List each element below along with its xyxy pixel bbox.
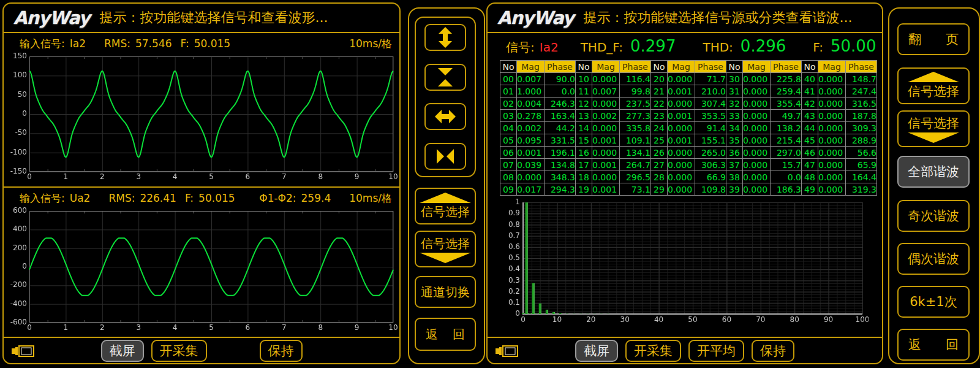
- button-偶次谐波[interactable]: 偶次谐波: [897, 243, 970, 275]
- harmonic-phase-cell: 109.8: [695, 183, 726, 196]
- harmonic-phase-cell: 296.5: [620, 171, 651, 183]
- harmonic-mag-cell: 0.001: [668, 134, 695, 147]
- button-label: 信号选择: [908, 115, 959, 132]
- harmonic-phase-cell: 148.7: [846, 73, 877, 85]
- current-waveform-canvas: [7, 53, 398, 183]
- triangle-up-icon: [420, 193, 471, 203]
- button-信号选择[interactable]: 信号选择: [897, 67, 970, 104]
- harmonic-no-cell: 06: [500, 147, 517, 159]
- usb-icon: [11, 343, 36, 361]
- harmonic-no-cell: 31: [726, 85, 743, 98]
- compress-vertical-button[interactable]: [424, 64, 466, 91]
- harmonics-info-row: 信号: Ia2 THD_F: 0.297 THD: 0.296 F: 50.00: [506, 37, 875, 56]
- rms-label: RMS:: [108, 192, 135, 204]
- input-signal-value: Ua2: [70, 192, 91, 204]
- harmonic-mag-cell: 0.000: [743, 159, 771, 171]
- table-header-row: NoMagPhaseNoMagPhaseNoMagPhaseNoMagPhase…: [500, 61, 877, 73]
- harmonic-phase-cell: 0.0: [545, 85, 576, 98]
- harmonic-no-cell: 02: [500, 98, 517, 110]
- button-返回[interactable]: 返回: [415, 318, 476, 351]
- harmonic-phase-cell: 91.4: [695, 122, 726, 134]
- harmonic-mag-cell: 0.039: [517, 159, 545, 171]
- zoom-icon-group: [415, 17, 476, 177]
- harmonic-no-cell: 18: [576, 171, 592, 183]
- harmonic-spectrum-canvas: [500, 197, 869, 326]
- harmonic-phase-cell: 288.9: [846, 134, 877, 147]
- triangle-down-icon: [908, 132, 959, 143]
- table-header-cell: Phase: [846, 61, 877, 73]
- button-label: 信号选择: [421, 236, 470, 252]
- harmonic-mag-cell: 0.000: [743, 183, 771, 196]
- signal-value: Ia2: [540, 40, 559, 55]
- thd-label: THD:: [703, 40, 733, 55]
- harmonic-no-cell: 43: [802, 110, 818, 122]
- harmonic-no-cell: 28: [651, 171, 668, 183]
- harmonic-no-cell: 20: [651, 73, 668, 85]
- input-signal-value: Ia2: [70, 37, 86, 50]
- current-chart-header: 输入信号: Ia2 RMS: 57.546 F: 50.015 10ms/格: [4, 33, 399, 51]
- harmonic-no-cell: 26: [651, 147, 668, 159]
- harmonic-phase-cell: 134.1: [620, 147, 651, 159]
- harmonic-phase-cell: 355.4: [771, 98, 802, 110]
- harmonic-mag-cell: 0.000: [668, 73, 695, 85]
- harmonic-no-cell: 17: [576, 159, 592, 171]
- button-开平均[interactable]: 开平均: [688, 340, 744, 362]
- button-信号选择[interactable]: 信号选择: [415, 188, 476, 224]
- button-保持[interactable]: 保持: [752, 340, 794, 362]
- button-保持[interactable]: 保持: [260, 340, 303, 362]
- button-奇次谐波[interactable]: 奇次谐波: [897, 200, 970, 232]
- button-开采集[interactable]: 开采集: [625, 340, 681, 362]
- harmonic-no-cell: 24: [651, 122, 668, 134]
- harmonic-mag-cell: 0.000: [668, 122, 695, 134]
- button-开采集[interactable]: 开采集: [151, 340, 207, 362]
- harmonic-phase-cell: 134.8: [545, 159, 576, 171]
- rms-label: RMS:: [104, 37, 130, 50]
- harmonic-no-cell: 10: [576, 73, 592, 85]
- harmonic-phase-cell: 187.8: [846, 110, 877, 122]
- left-bottom-bar: 截屏开采集保持: [4, 337, 399, 363]
- button-翻页[interactable]: 翻页: [897, 23, 970, 55]
- harmonic-mag-cell: 0.000: [743, 134, 771, 147]
- harmonic-mag-cell: 0.000: [818, 147, 846, 159]
- harmonic-no-cell: 05: [500, 134, 517, 147]
- button-截屏[interactable]: 截屏: [575, 340, 618, 362]
- button-截屏[interactable]: 截屏: [101, 340, 144, 362]
- harmonic-phase-cell: 294.3: [545, 183, 576, 196]
- harmonic-phase-cell: 71.7: [695, 73, 726, 85]
- harmonic-phase-cell: 237.5: [620, 98, 651, 110]
- button-6k±1次[interactable]: 6k±1次: [897, 286, 970, 318]
- harmonic-phase-cell: 99.8: [620, 85, 651, 98]
- button-返回[interactable]: 返回: [897, 329, 970, 361]
- expand-vertical-button[interactable]: [424, 24, 466, 51]
- left-panel-header: AnyWay 提示：按功能键选择信号和查看波形...: [4, 4, 399, 33]
- harmonic-mag-cell: 0.001: [668, 110, 695, 122]
- harmonic-no-cell: 46: [802, 147, 818, 159]
- harmonic-phase-cell: 335.8: [620, 122, 651, 134]
- harmonic-phase-cell: 331.5: [545, 134, 576, 147]
- harmonic-no-cell: 49: [802, 183, 818, 196]
- expand-horizontal-button[interactable]: [424, 103, 466, 130]
- harmonic-phase-cell: 109.1: [620, 134, 651, 147]
- harmonic-mag-cell: 0.000: [743, 171, 771, 183]
- button-label: 6k±1次: [910, 293, 957, 310]
- table-row: 080.000348.3180.000296.5280.00066.9380.0…: [500, 171, 877, 183]
- harmonic-no-cell: 41: [802, 85, 818, 98]
- button-信号选择[interactable]: 信号选择: [897, 110, 970, 147]
- phase-diff-label: Φ1-Φ2:: [259, 192, 296, 204]
- button-通道切换[interactable]: 通道切换: [415, 276, 476, 308]
- anyway-logo: AnyWay: [497, 7, 574, 28]
- table-row: 011.0000.0110.00799.8210.001210.0310.000…: [500, 85, 877, 98]
- right-panel-header: AnyWay 提示：按功能键选择信号源或分类查看谐波...: [488, 4, 882, 33]
- harmonic-mag-cell: 0.000: [818, 134, 846, 147]
- harmonic-no-cell: 19: [576, 183, 592, 196]
- selected-button-全部谐波[interactable]: 全部谐波: [897, 156, 970, 188]
- harmonic-no-cell: 47: [802, 159, 818, 171]
- harmonic-phase-cell: 164.4: [846, 171, 877, 183]
- harmonic-mag-cell: 0.001: [592, 134, 620, 147]
- harmonic-mag-cell: 0.001: [517, 147, 545, 159]
- harmonic-phase-cell: 297.0: [771, 147, 802, 159]
- compress-horizontal-button[interactable]: [424, 143, 466, 170]
- harmonic-no-cell: 29: [651, 183, 668, 196]
- table-row: 040.00244.2140.000335.8240.00091.4340.00…: [500, 122, 877, 134]
- button-信号选择[interactable]: 信号选择: [415, 231, 476, 267]
